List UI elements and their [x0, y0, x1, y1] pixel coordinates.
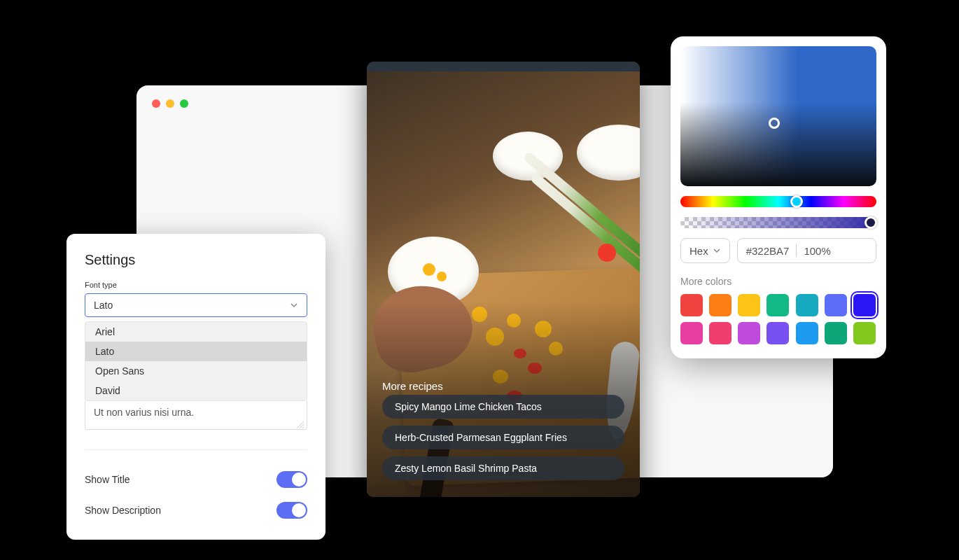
show-title-toggle[interactable]: [276, 471, 307, 488]
recipe-pill[interactable]: Zesty Lemon Basil Shrimp Pasta: [382, 456, 624, 480]
maximize-icon[interactable]: [180, 99, 188, 108]
font-type-label: Font type: [85, 281, 307, 289]
color-swatch[interactable]: [680, 322, 703, 344]
show-description-label: Show Description: [85, 505, 161, 516]
divider: [796, 244, 797, 257]
alpha-value: 100%: [804, 245, 830, 257]
divider: [85, 449, 307, 450]
chevron-down-icon: [290, 301, 298, 309]
more-recipes-heading: More recipes: [382, 380, 443, 392]
textarea-content: Ut non varius nisi urna.: [94, 407, 194, 418]
color-swatch[interactable]: [766, 322, 789, 344]
color-picker-panel: Hex #322BA7 100% More colors: [671, 36, 886, 358]
settings-panel: Settings Font type Lato Ariel Lato Open …: [66, 234, 326, 540]
show-description-toggle[interactable]: [276, 502, 307, 519]
color-swatch[interactable]: [853, 322, 876, 344]
hex-value: #322BA7: [746, 245, 790, 257]
color-swatch[interactable]: [738, 322, 760, 344]
recipe-preview-card: More recipes Spicy Mango Lime Chicken Ta…: [367, 62, 640, 497]
close-icon[interactable]: [152, 99, 160, 108]
recipe-pill[interactable]: Herb-Crusted Parmesan Eggplant Fries: [382, 426, 624, 449]
color-swatch[interactable]: [853, 294, 876, 316]
swatch-grid: [680, 294, 876, 344]
saturation-field[interactable]: [680, 46, 876, 186]
font-option[interactable]: Ariel: [85, 322, 307, 342]
font-type-selected: Lato: [94, 300, 113, 311]
window-traffic-lights: [152, 99, 188, 108]
more-colors-label: More colors: [680, 276, 876, 287]
alpha-thumb[interactable]: [864, 216, 877, 229]
show-title-label: Show Title: [85, 474, 130, 485]
saturation-cursor[interactable]: [769, 118, 780, 129]
description-textarea[interactable]: Ut non varius nisi urna.: [85, 401, 307, 430]
font-option[interactable]: Lato: [85, 342, 307, 361]
settings-title: Settings: [85, 252, 307, 268]
chevron-down-icon: [713, 246, 721, 255]
resize-handle-icon[interactable]: [297, 419, 304, 426]
color-swatch[interactable]: [796, 294, 818, 316]
color-swatch[interactable]: [825, 322, 847, 344]
color-swatch[interactable]: [709, 322, 732, 344]
color-swatch[interactable]: [680, 294, 703, 316]
font-type-select[interactable]: Lato: [85, 293, 307, 317]
minimize-icon[interactable]: [166, 99, 174, 108]
font-type-dropdown: Ariel Lato Open Sans David: [85, 321, 307, 401]
alpha-slider[interactable]: [680, 217, 876, 228]
color-swatch[interactable]: [738, 294, 760, 316]
color-mode-label: Hex: [690, 245, 708, 257]
color-swatch[interactable]: [796, 322, 818, 344]
hex-value-field[interactable]: #322BA7 100%: [737, 238, 876, 263]
color-mode-select[interactable]: Hex: [680, 238, 730, 263]
color-swatch[interactable]: [766, 294, 789, 316]
color-swatch[interactable]: [709, 294, 732, 316]
color-swatch[interactable]: [825, 294, 847, 316]
recipe-pill[interactable]: Spicy Mango Lime Chicken Tacos: [382, 395, 624, 419]
font-option[interactable]: Open Sans: [85, 361, 307, 381]
hue-thumb[interactable]: [790, 195, 803, 208]
font-option[interactable]: David: [85, 381, 307, 400]
recipe-pill-list: Spicy Mango Lime Chicken Tacos Herb-Crus…: [382, 395, 624, 480]
hue-slider[interactable]: [680, 196, 876, 207]
